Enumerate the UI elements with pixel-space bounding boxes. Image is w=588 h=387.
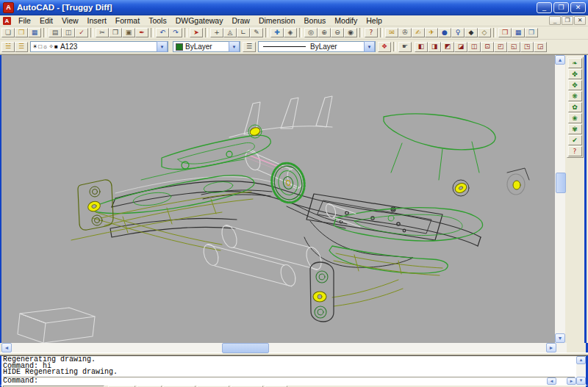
command-history[interactable]: Regenerating drawing. Command: hi HIDE R…: [1, 356, 576, 385]
help-button[interactable]: ?: [365, 28, 378, 37]
menu-help[interactable]: Help: [362, 15, 387, 26]
dock-button-5[interactable]: ✿: [568, 102, 582, 112]
paste-button[interactable]: ▣: [122, 28, 135, 37]
redo-button[interactable]: ↷: [169, 28, 182, 37]
dwg-save-button[interactable]: ▦: [512, 28, 525, 37]
command-hscrollbar[interactable]: ◄ ►: [547, 377, 576, 385]
view-nw-iso-button[interactable]: ◲: [534, 42, 547, 52]
dock-button-6[interactable]: ❀: [568, 113, 582, 123]
dock-button-4[interactable]: ❋: [568, 91, 582, 101]
mdi-restore-button[interactable]: ❐: [562, 16, 573, 25]
snap-from-button[interactable]: ◬: [223, 28, 237, 37]
properties-button[interactable]: ☛: [398, 42, 412, 52]
scroll-down-icon[interactable]: ▼: [576, 377, 586, 385]
dwg-convert-button[interactable]: ❐: [525, 28, 538, 37]
print-button[interactable]: ▤: [49, 28, 62, 37]
menu-edit[interactable]: Edit: [35, 15, 57, 26]
scroll-right-icon[interactable]: ►: [546, 343, 556, 352]
light-button[interactable]: ♀: [451, 28, 465, 37]
scroll-left-icon[interactable]: ◄: [547, 377, 556, 385]
view-ne-iso-button[interactable]: ◳: [520, 42, 534, 52]
menu-insert[interactable]: Insert: [83, 15, 111, 26]
menu-format[interactable]: Format: [111, 15, 144, 26]
menu-modify[interactable]: Modify: [330, 15, 362, 26]
copy-button[interactable]: ❐: [109, 28, 122, 37]
spelling-button[interactable]: ✓: [75, 28, 88, 37]
dock-button-2[interactable]: ✤: [568, 69, 582, 79]
view-sw-iso-button[interactable]: ◰: [494, 42, 507, 52]
menu-dwggateway[interactable]: DWGgateway: [171, 15, 228, 26]
ucs-button[interactable]: ∟: [237, 28, 250, 37]
canvas-hscrollbar[interactable]: ◄ ►: [1, 343, 556, 352]
unlock-position-button[interactable]: ◇: [478, 28, 491, 37]
open-button[interactable]: ❒: [15, 28, 28, 37]
command-vscrollbar[interactable]: ▲ ▼: [576, 356, 586, 385]
menu-dimension[interactable]: Dimension: [254, 15, 300, 26]
pan-button[interactable]: ✚: [270, 28, 284, 37]
minimize-button[interactable]: _: [537, 2, 552, 13]
view-back-button[interactable]: ⊡: [481, 42, 494, 52]
view-left-button[interactable]: ◩: [441, 42, 454, 52]
layer-dropdown[interactable]: ☀□☼✧■ A123 ▼: [30, 41, 168, 52]
drawing-canvas[interactable]: [0, 55, 555, 343]
zoom-scale-button[interactable]: ◉: [344, 28, 357, 37]
dwg-open-button[interactable]: ❒: [498, 28, 512, 37]
view-restore-button[interactable]: ✇: [398, 28, 412, 37]
view-right-button[interactable]: ◪: [454, 42, 467, 52]
dock-button-7[interactable]: ✾: [568, 124, 582, 134]
sketch-button[interactable]: ✎: [250, 28, 263, 37]
zoom-previous-button[interactable]: ⊖: [331, 28, 344, 37]
layers-dialog-button[interactable]: ☰: [15, 42, 28, 52]
tracking-button[interactable]: +: [210, 28, 223, 37]
aerial-view-button[interactable]: ◈: [284, 28, 297, 37]
scroll-up-icon[interactable]: ▲: [576, 356, 586, 364]
menu-view[interactable]: View: [57, 15, 83, 26]
zoom-window-button[interactable]: ⊕: [318, 28, 331, 37]
undo-button[interactable]: ↶: [156, 28, 169, 37]
color-dropdown[interactable]: ByLayer ▼: [173, 41, 240, 52]
linetype-manager-button[interactable]: ☰: [243, 42, 256, 52]
etransmit-button[interactable]: ✈: [425, 28, 438, 37]
close-button[interactable]: ✕: [570, 2, 586, 13]
command-prompt[interactable]: Command:: [3, 378, 575, 385]
chevron-down-icon[interactable]: ▼: [229, 41, 240, 52]
menu-file[interactable]: File: [14, 15, 35, 26]
cut-button[interactable]: ✂: [96, 28, 109, 37]
scroll-up-icon[interactable]: ▲: [555, 55, 565, 65]
linetype-dropdown[interactable]: ByLayer ▼: [258, 41, 376, 52]
make-object-layer-current-button[interactable]: ☱: [1, 42, 15, 52]
launch-browser-button[interactable]: ➤: [190, 28, 203, 37]
mdi-close-button[interactable]: ✕: [574, 16, 586, 25]
match-properties-button[interactable]: ✒: [135, 28, 148, 37]
view-se-iso-button[interactable]: ◱: [507, 42, 520, 52]
partial-load-button[interactable]: ✍: [412, 28, 425, 37]
menu-bonus[interactable]: Bonus: [300, 15, 331, 26]
scroll-left-icon[interactable]: ◄: [1, 343, 12, 352]
menu-draw[interactable]: Draw: [227, 15, 254, 26]
dock-button-1[interactable]: ❧: [568, 58, 582, 68]
canvas-vscrollbar[interactable]: ▲ ▼: [555, 55, 565, 343]
chevron-down-icon[interactable]: ▼: [157, 41, 168, 52]
menu-tools[interactable]: Tools: [144, 15, 171, 26]
new-button[interactable]: ❏: [1, 28, 15, 37]
dock-button-3[interactable]: ✥: [568, 80, 582, 90]
view-top-button[interactable]: ◧: [415, 42, 428, 52]
vscroll-thumb[interactable]: [556, 173, 566, 193]
named-views-button[interactable]: ✉: [385, 28, 398, 37]
view-bottom-button[interactable]: ◨: [428, 42, 441, 52]
zoom-realtime-button[interactable]: ◎: [304, 28, 318, 37]
print-preview-button[interactable]: ◫: [62, 28, 75, 37]
scroll-down-icon[interactable]: ▼: [555, 333, 565, 343]
mdi-minimize-button[interactable]: _: [549, 16, 561, 25]
chevron-down-icon[interactable]: ▼: [364, 41, 375, 52]
dock-button-8[interactable]: ✔: [568, 135, 582, 145]
color-palette-button[interactable]: ❖: [378, 42, 391, 52]
scroll-right-icon[interactable]: ►: [567, 377, 576, 385]
restore-button[interactable]: ❐: [553, 2, 569, 13]
point-style-button[interactable]: ●: [438, 28, 451, 37]
view-front-button[interactable]: ◫: [467, 42, 481, 52]
lock-position-button[interactable]: ◆: [465, 28, 478, 37]
dock-button-9[interactable]: ?: [568, 146, 582, 156]
hscroll-thumb[interactable]: [222, 343, 269, 353]
save-button[interactable]: ▦: [28, 28, 41, 37]
